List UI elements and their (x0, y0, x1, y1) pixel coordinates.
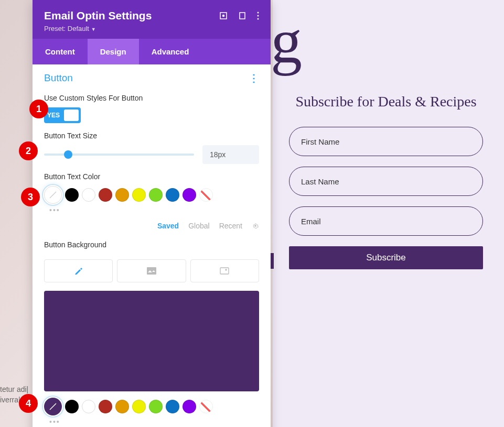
annotation-3: 3 (21, 188, 40, 206)
color-purple[interactable] (183, 188, 196, 202)
annotation-2: 2 (19, 141, 38, 160)
text-size-label: Button Text Size (44, 132, 259, 140)
panel-header: Email Optin Settings Preset: Default ▼ (33, 0, 271, 39)
color-black[interactable] (65, 188, 79, 202)
settings-panel: Email Optin Settings Preset: Default ▼ C… (33, 0, 271, 427)
color-white[interactable] (82, 188, 95, 202)
first-name-field[interactable] (289, 127, 483, 156)
color-blue[interactable] (166, 188, 179, 202)
svg-point-5 (258, 18, 259, 20)
text-size-slider[interactable] (44, 149, 194, 160)
preset-selector[interactable]: Preset: Default ▼ (44, 25, 259, 32)
color-yellow[interactable] (132, 400, 146, 413)
palette-more[interactable]: ••• (49, 418, 259, 426)
background-color-palette (44, 398, 259, 415)
text-size-value[interactable]: 18px (202, 145, 259, 164)
section-menu-icon[interactable]: ⋮ (249, 72, 259, 84)
subscribe-button[interactable]: Subscribe (289, 246, 483, 269)
eyedropper-button[interactable] (44, 186, 62, 204)
color-white[interactable] (82, 400, 95, 413)
tab-bar: Content Design Advanced (33, 39, 271, 64)
email-field[interactable] (289, 206, 483, 236)
color-transparent[interactable] (199, 400, 213, 413)
svg-rect-6 (147, 267, 156, 275)
subscribe-form: Subscribe for Deals & Recipes Subscribe (289, 92, 483, 269)
svg-rect-2 (240, 13, 245, 19)
svg-point-1 (223, 15, 224, 17)
custom-styles-label: Use Custom Styles For Button (44, 94, 259, 102)
svg-rect-7 (220, 268, 229, 274)
last-name-field[interactable] (289, 167, 483, 196)
bg-text-2: iverra| (0, 393, 20, 406)
color-blue[interactable] (166, 400, 179, 413)
color-mode-global[interactable]: Global (188, 222, 209, 230)
color-green[interactable] (149, 188, 163, 202)
responsive-icon[interactable] (238, 12, 246, 20)
custom-styles-toggle[interactable]: YES (44, 107, 81, 123)
eyedropper-button[interactable] (44, 398, 62, 415)
more-icon[interactable] (257, 12, 259, 20)
bg-type-image[interactable] (190, 259, 259, 282)
panel-title: Email Optin Settings (44, 9, 152, 22)
background-color-preview[interactable] (44, 291, 259, 391)
background-label: Button Background (44, 240, 259, 249)
color-yellow[interactable] (132, 188, 146, 202)
color-orange[interactable] (115, 400, 129, 413)
color-mode-recent[interactable]: Recent (219, 222, 242, 230)
decorative-letter: g (271, 5, 302, 78)
svg-point-8 (226, 269, 227, 270)
color-black[interactable] (65, 400, 79, 413)
text-color-label: Button Text Color (44, 172, 259, 181)
color-transparent[interactable] (199, 188, 213, 202)
bg-type-color[interactable] (44, 259, 113, 282)
color-orange[interactable] (115, 188, 129, 202)
palette-more[interactable]: ••• (49, 206, 259, 214)
color-red[interactable] (99, 188, 112, 202)
section-title[interactable]: Button (44, 72, 73, 84)
annotation-4: 4 (19, 394, 38, 413)
tab-design[interactable]: Design (88, 39, 139, 64)
expand-icon[interactable] (219, 12, 228, 20)
annotation-1: 1 (29, 100, 48, 118)
text-color-palette (44, 186, 259, 204)
svg-point-4 (258, 15, 259, 17)
bg-type-gradient[interactable] (117, 259, 186, 282)
tab-content[interactable]: Content (33, 39, 88, 64)
svg-point-3 (258, 12, 259, 14)
subscribe-title: Subscribe for Deals & Recipes (289, 92, 483, 111)
color-green[interactable] (149, 400, 163, 413)
settings-gear-icon[interactable] (252, 222, 259, 229)
color-mode-saved[interactable]: Saved (157, 222, 179, 230)
color-red[interactable] (99, 400, 112, 413)
tab-advanced[interactable]: Advanced (139, 39, 202, 64)
color-purple[interactable] (183, 400, 196, 413)
